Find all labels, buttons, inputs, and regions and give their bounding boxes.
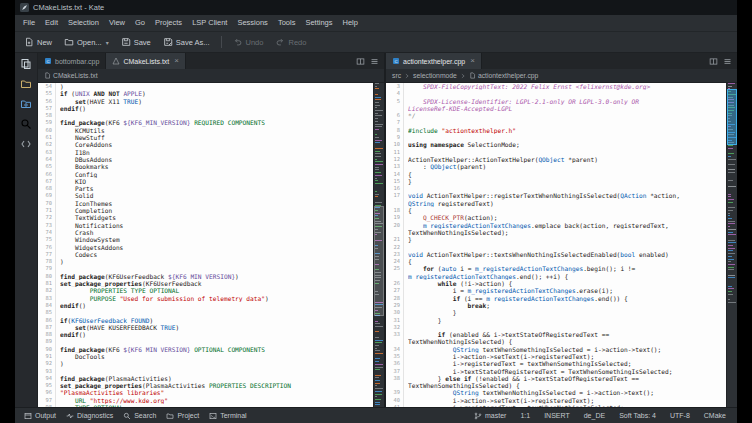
minimap-mark [728, 232, 733, 233]
menu-help[interactable]: Help [338, 15, 363, 31]
open-button[interactable]: Open...▾ [59, 35, 114, 49]
split-view-icon[interactable] [709, 57, 718, 66]
tab-actiontexthelper-cpp[interactable]: Cactiontexthelper.cpp× [386, 53, 482, 69]
view-menu-icon[interactable] [370, 57, 379, 66]
line-number: 4 [386, 90, 404, 97]
breadcrumb-cmakelists-txt[interactable]: CMakeLists.txt [44, 72, 98, 79]
code-lines[interactable]: 3 SPDX-FileCopyrightText: 2022 Felix Ern… [386, 83, 727, 407]
cpp-icon: C [392, 57, 400, 65]
statusbar-search-toggle[interactable]: Search [118, 408, 161, 423]
tab-bottombar-cpp[interactable]: Cbottombar.cpp [38, 53, 106, 69]
line-text: PROPERTIES TYPE OPTIONAL [60, 287, 374, 294]
line-number: 67 [38, 178, 56, 185]
save-as-button[interactable]: Save As... [158, 35, 215, 49]
code-editor[interactable]: 3 SPDX-FileCopyrightText: 2022 Felix Ern… [386, 83, 737, 407]
code-editor[interactable]: 54)55if (UNIX AND NOT APPLE)56 set(HAVE_… [38, 83, 384, 407]
minimap-mark [375, 340, 383, 341]
line-number: 21 [386, 236, 404, 243]
breadcrumb-actiontexthelper-cpp[interactable]: actiontexthelper.cpp [469, 72, 538, 79]
statusbar-terminal-toggle[interactable]: Terminal [204, 408, 251, 423]
line-number: 77 [38, 251, 56, 258]
line-number: 14 [386, 171, 404, 178]
menu-projects[interactable]: Projects [150, 15, 187, 31]
minimap-mark [375, 385, 377, 386]
code-line: 82 PROPERTIES TYPE OPTIONAL [38, 287, 374, 294]
statusbar-de-de[interactable]: de_DE [577, 412, 612, 419]
minimap-mark [375, 151, 380, 152]
menu-selection[interactable]: Selection [63, 15, 104, 31]
line-text: Solid [60, 192, 374, 199]
statusbar-soft-tabs-4[interactable]: Soft Tabs: 4 [612, 412, 663, 419]
tab-label: bottombar.cpp [55, 58, 99, 65]
minimap-mark [375, 153, 381, 154]
minimap-mark [375, 121, 378, 122]
statusbar-1-1[interactable]: 1:1 [513, 412, 537, 419]
redo-button[interactable]: Redo [270, 35, 311, 49]
minimap-scrollbar[interactable] [726, 83, 737, 407]
minimap-viewport[interactable] [374, 206, 384, 316]
code-line: 85 [38, 309, 374, 316]
new-button[interactable]: New [19, 35, 57, 49]
code-line: 83 PURPOSE "Used for submission of telem… [38, 295, 374, 302]
statusbar-value: de_DE [584, 412, 605, 419]
line-text [60, 368, 374, 375]
minimap-mark [375, 388, 383, 389]
statusbar-toolviews: OutputDiagnosticsSearchProjectTerminal [19, 408, 467, 423]
statusbar-insert[interactable]: INSERT [537, 412, 577, 419]
code-lines[interactable]: 54)55if (UNIX AND NOT APPLE)56 set(HAVE_… [38, 83, 374, 407]
statusbar-master[interactable]: master [467, 412, 513, 420]
tab-close-icon[interactable]: × [174, 57, 179, 65]
split-view-icon[interactable] [356, 57, 365, 66]
statusbar-utf-8[interactable]: UTF-8 [663, 412, 697, 419]
code-line: 15} [386, 178, 727, 185]
minimap-scrollbar[interactable] [373, 83, 384, 407]
minimap-mark [375, 99, 381, 100]
menu-file[interactable]: File [18, 15, 40, 31]
statusbar-project-toggle[interactable]: Project [161, 408, 204, 423]
statusbar-output-toggle[interactable]: Output [19, 408, 61, 423]
code-line: 65 Bookmarks [38, 163, 374, 170]
line-text: set(HAVE_X11 TRUE) [60, 98, 374, 105]
minimap-mark [375, 83, 379, 84]
breadcrumb-selectionmode[interactable]: selectionmode [413, 72, 457, 79]
minimap-mark [728, 148, 733, 149]
button-label: Redo [288, 38, 306, 47]
line-number: 81 [38, 280, 56, 287]
toolview-projects-button[interactable] [20, 98, 32, 110]
statusbar-diagnostics-toggle[interactable]: Diagnostics [61, 408, 118, 423]
line-number: 62 [38, 141, 56, 148]
code-line: 84endif() [38, 302, 374, 309]
statusbar-cmake[interactable]: CMake [697, 412, 733, 419]
breadcrumb-src[interactable]: src [392, 72, 401, 79]
tab-close-icon[interactable]: × [470, 57, 475, 65]
toolview-search-and-replace-button[interactable] [20, 118, 32, 130]
code-line: 25 for (auto i = m_registeredActionTextC… [386, 265, 727, 272]
line-number: 38 [386, 375, 404, 382]
minimap-mark [375, 86, 377, 87]
minimap-mark [375, 183, 383, 184]
document-open-icon [64, 37, 74, 47]
minimap-mark [728, 86, 732, 87]
line-text: endif() [60, 331, 374, 338]
tab-cmakelists-txt[interactable]: CMakeLists.txt× [106, 53, 186, 69]
toolview-filesystem-browser-button[interactable] [20, 78, 32, 90]
button-label: Open... [77, 38, 102, 47]
menu-edit[interactable]: Edit [40, 15, 63, 31]
toolview-snippets-button[interactable] [20, 138, 32, 150]
view-menu-icon[interactable] [723, 57, 732, 66]
menu-settings[interactable]: Settings [300, 15, 337, 31]
menu-tools[interactable]: Tools [273, 15, 301, 31]
code-line: 72 TextWidgets [38, 214, 374, 221]
save-button[interactable]: Save [116, 35, 156, 49]
undo-button[interactable]: Undo [228, 35, 269, 49]
menu-go[interactable]: Go [130, 15, 150, 31]
code-line: 93 [38, 368, 374, 375]
minimap-mark [375, 148, 383, 149]
toolview-documents-button[interactable] [20, 58, 32, 70]
minimap-viewport[interactable] [727, 89, 737, 144]
menu-view[interactable]: View [104, 15, 130, 31]
menu-lsp-client[interactable]: LSP Client [187, 15, 232, 31]
line-text: #include "actiontexthelper.h" [408, 127, 727, 134]
menu-sessions[interactable]: Sessions [232, 15, 272, 31]
titlebar[interactable]: CMakeLists.txt - Kate [15, 0, 737, 15]
